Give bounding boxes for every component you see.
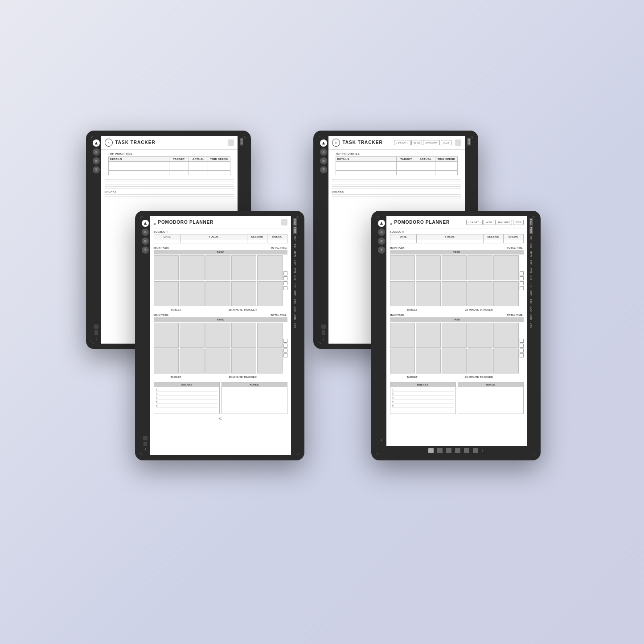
rf-tracker-grid-1 bbox=[390, 255, 524, 306]
rf-notes-column: NOTES bbox=[458, 382, 524, 414]
month-jan[interactable]: JAN bbox=[293, 235, 297, 242]
rf-cb5[interactable] bbox=[520, 339, 524, 343]
rb-sidebar-icon-3[interactable] bbox=[320, 157, 327, 164]
task-table: DETAILS TARGET ACTUAL TIME SPEND bbox=[108, 156, 230, 175]
home-icon[interactable] bbox=[228, 139, 234, 146]
rf-cb7[interactable] bbox=[520, 349, 524, 353]
month-mar[interactable]: MAR bbox=[293, 250, 297, 258]
cb1[interactable] bbox=[283, 271, 287, 275]
month-aug[interactable]: AUG bbox=[293, 289, 297, 296]
left-sidebar: ⋮ bbox=[91, 136, 101, 344]
rf-pomo-collapse-btn[interactable]: ∧ bbox=[390, 218, 392, 226]
rb-home-icon-small[interactable] bbox=[321, 324, 326, 329]
rf-right-sidebar: 2023 2024 JAN FEB MAR APR MAY JUN JUL AU… bbox=[527, 216, 535, 446]
pomo-sidebar-icon-1[interactable] bbox=[142, 220, 149, 227]
toolbar-more-icon[interactable] bbox=[473, 448, 478, 453]
sidebar-icon-1[interactable] bbox=[93, 139, 100, 147]
rf-month-nov[interactable]: NOV bbox=[529, 313, 533, 320]
pomo-home-icon[interactable] bbox=[281, 219, 287, 226]
rf-sidebar-icon-4[interactable] bbox=[378, 246, 385, 254]
collapse-button[interactable]: ∧ bbox=[105, 139, 113, 147]
pomo-collapse-btn[interactable]: ∧ bbox=[154, 218, 156, 226]
toolbar-file-icon[interactable] bbox=[437, 448, 443, 453]
sidebar-icon-4[interactable] bbox=[93, 166, 100, 173]
rf-month-mar[interactable]: MAR bbox=[529, 250, 533, 258]
pomo-menu-dots[interactable]: ⋮ bbox=[144, 447, 147, 451]
cb4[interactable] bbox=[283, 286, 287, 290]
rf-cb8[interactable] bbox=[520, 353, 524, 357]
rb-nav-week[interactable]: W 02 bbox=[411, 140, 422, 145]
notes-header: NOTES bbox=[222, 382, 287, 387]
pomo-file-icon-small[interactable] bbox=[144, 442, 147, 446]
file-icon-small[interactable] bbox=[94, 330, 98, 335]
rb-nav-year[interactable]: 2023 bbox=[441, 140, 451, 145]
month-nov[interactable]: NOV bbox=[293, 313, 297, 320]
sidebar-icon-2[interactable] bbox=[93, 148, 100, 156]
pomo-home-icon-small[interactable] bbox=[143, 436, 148, 440]
top-priorities-label: TOP PRIORITIES bbox=[105, 151, 234, 156]
pomo-sidebar-icon-4[interactable] bbox=[142, 246, 149, 254]
rf-cb6[interactable] bbox=[520, 344, 524, 348]
rf-month-aug[interactable]: AUG bbox=[529, 289, 533, 296]
month-jun[interactable]: JUN bbox=[293, 275, 297, 281]
month-dec[interactable]: DEC bbox=[293, 322, 297, 329]
month-apr[interactable]: APR bbox=[293, 258, 297, 266]
toolbar-chevron-left[interactable]: ‹ bbox=[482, 448, 483, 453]
cb2[interactable] bbox=[283, 276, 287, 280]
cb7[interactable] bbox=[283, 349, 287, 353]
toolbar-home-icon[interactable] bbox=[428, 448, 434, 453]
rf-month-jun[interactable]: JUN bbox=[529, 275, 533, 281]
home-icon-small[interactable] bbox=[94, 324, 98, 329]
rb-sidebar-icon-1[interactable] bbox=[320, 139, 327, 147]
rf-sidebar-icon-3[interactable] bbox=[378, 238, 385, 245]
toolbar-bookmark-icon[interactable] bbox=[464, 448, 469, 453]
rf-month-may[interactable]: MAY bbox=[529, 267, 533, 274]
rf-cb2[interactable] bbox=[520, 276, 524, 280]
rb-sidebar-icon-2[interactable] bbox=[320, 148, 327, 156]
rb-file-icon-small[interactable] bbox=[322, 330, 325, 335]
rf-main-task-section-1: MAIN TASK: TOTAL TIME: TASK bbox=[386, 246, 527, 313]
rf-nav-week[interactable]: W 02 bbox=[484, 220, 494, 225]
rb-nav-month[interactable]: JANUARY bbox=[423, 140, 440, 145]
month-may[interactable]: MAY bbox=[293, 267, 297, 274]
toolbar-calendar-icon[interactable] bbox=[455, 448, 460, 453]
rf-tracker-25-label-1: 25-MINUTE TRACKER bbox=[435, 308, 524, 311]
rf-cb3[interactable] bbox=[520, 281, 524, 285]
rf-month-jan[interactable]: JAN bbox=[529, 235, 533, 242]
rf-month-dec[interactable]: DEC bbox=[529, 322, 533, 329]
rb-home-icon[interactable] bbox=[455, 139, 461, 146]
rf-cb4[interactable] bbox=[520, 286, 524, 290]
month-sep[interactable]: SEP bbox=[293, 298, 297, 305]
cb6[interactable] bbox=[283, 344, 287, 348]
rf-month-sep[interactable]: SEP bbox=[529, 298, 533, 305]
rf-month-oct[interactable]: OCT bbox=[529, 305, 533, 312]
rf-cb1[interactable] bbox=[520, 271, 524, 275]
month-jul[interactable]: JUL bbox=[293, 282, 297, 288]
rf-sidebar-icon-2[interactable] bbox=[378, 229, 385, 236]
rb-menu-dots[interactable]: ⋮ bbox=[322, 336, 325, 340]
rb-collapse-button[interactable]: ∧ bbox=[332, 139, 340, 147]
cb5[interactable] bbox=[283, 339, 287, 343]
rf-task-header-2: TASK bbox=[390, 317, 524, 322]
rb-sidebar-icon-4[interactable] bbox=[320, 166, 327, 173]
rf-sidebar-icon-1[interactable] bbox=[378, 220, 385, 227]
rf-nav-year[interactable]: 2023 bbox=[513, 220, 523, 225]
menu-dots[interactable]: ⋮ bbox=[94, 336, 98, 340]
rf-month-jul[interactable]: JUL bbox=[529, 282, 533, 288]
sidebar-icon-3[interactable] bbox=[93, 157, 100, 164]
month-oct[interactable]: OCT bbox=[293, 305, 297, 312]
rf-sq2 bbox=[416, 255, 441, 280]
rf-nav-date[interactable]: ‹ 14 SAT › bbox=[466, 220, 483, 225]
month-feb[interactable]: FEB bbox=[293, 242, 297, 249]
rf-month-apr[interactable]: APR bbox=[529, 258, 533, 266]
cb3[interactable] bbox=[283, 281, 287, 285]
rf-nav-month[interactable]: JANUARY bbox=[495, 220, 512, 225]
rb-nav-date[interactable]: ‹ 14 SAT › bbox=[394, 140, 411, 145]
prev-arrow[interactable]: < bbox=[219, 416, 222, 421]
pomo-sidebar-icon-2[interactable] bbox=[142, 229, 149, 236]
pomo-sidebar-icon-3[interactable] bbox=[142, 238, 149, 245]
rf-menu-dots[interactable]: ⋮ bbox=[380, 439, 383, 443]
toolbar-grid-icon[interactable] bbox=[446, 448, 451, 453]
rf-month-feb[interactable]: FEB bbox=[529, 242, 533, 249]
cb8[interactable] bbox=[283, 353, 287, 357]
